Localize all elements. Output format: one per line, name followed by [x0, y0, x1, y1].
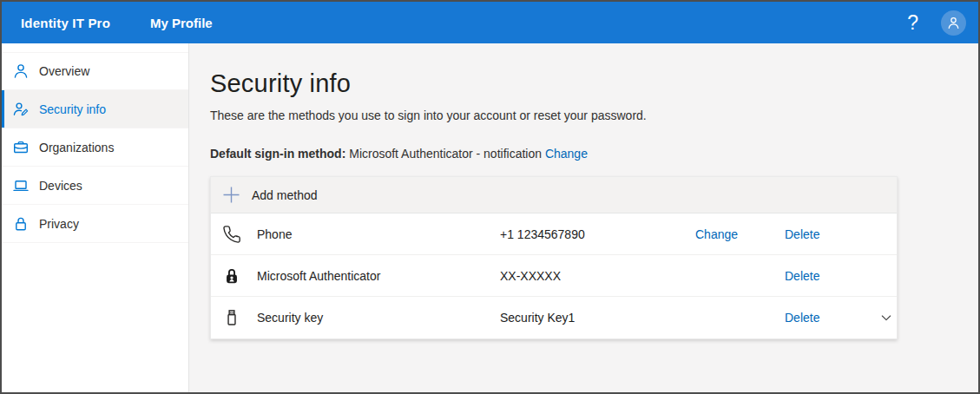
plus-icon [222, 186, 240, 204]
phone-icon [222, 225, 241, 244]
person-edit-icon [12, 101, 30, 118]
padlock-icon [12, 215, 30, 233]
sidebar-item-security-info[interactable]: Security info [2, 90, 188, 128]
method-detail: XX-XXXXX [500, 269, 695, 283]
method-name: Phone [257, 227, 500, 241]
sidebar-item-organizations[interactable]: Organizations [2, 128, 188, 167]
sidebar-item-label: Devices [39, 179, 82, 193]
sidebar: Overview Security info [2, 43, 189, 392]
method-row-phone: Phone +1 1234567890 Change Delete [211, 213, 897, 255]
methods-panel: Add method Phone +1 1234567890 Change De… [210, 176, 898, 339]
person-icon [12, 62, 30, 80]
sidebar-item-overview[interactable]: Overview [2, 52, 188, 90]
sidebar-item-label: Overview [39, 64, 89, 78]
method-name: Security key [257, 311, 500, 325]
briefcase-icon [12, 139, 30, 156]
account-avatar[interactable] [941, 10, 966, 36]
sidebar-item-privacy[interactable]: Privacy [2, 205, 188, 243]
default-signin-line: Default sign-in method: Microsoft Authen… [210, 147, 978, 161]
topbar: Identity IT Pro My Profile ? [2, 2, 978, 43]
app-window: Identity IT Pro My Profile ? [0, 0, 980, 394]
usb-security-key-icon [222, 308, 241, 327]
phone-delete-link[interactable]: Delete [785, 227, 876, 241]
default-signin-change-link[interactable]: Change [545, 147, 588, 161]
method-detail: +1 1234567890 [500, 227, 695, 241]
sidebar-item-label: Privacy [39, 217, 79, 231]
brand-link[interactable]: Identity IT Pro [21, 16, 110, 30]
method-name: Microsoft Authenticator [257, 269, 500, 283]
add-method-label: Add method [252, 188, 318, 202]
chevron-down-icon[interactable] [877, 308, 896, 327]
default-signin-label: Default sign-in method: [210, 147, 345, 161]
sidebar-item-devices[interactable]: Devices [2, 167, 188, 205]
help-icon[interactable]: ? [904, 11, 922, 35]
method-detail: Security Key1 [500, 311, 695, 325]
nav-my-profile[interactable]: My Profile [150, 16, 213, 30]
laptop-icon [12, 177, 30, 194]
sidebar-item-label: Security info [39, 102, 106, 116]
topbar-right: ? [904, 10, 966, 36]
method-row-security-key: Security key Security Key1 Delete [211, 297, 897, 338]
page-title: Security info [210, 69, 978, 98]
person-avatar-icon [946, 16, 961, 30]
sidebar-item-label: Organizations [39, 141, 114, 154]
authenticator-lock-icon [222, 266, 241, 286]
authenticator-delete-link[interactable]: Delete [785, 269, 876, 283]
security-key-delete-link[interactable]: Delete [785, 311, 876, 325]
default-signin-value: Microsoft Authenticator - notification [349, 147, 542, 161]
main-content: Security info These are the methods you … [189, 43, 978, 392]
phone-change-link[interactable]: Change [695, 227, 785, 241]
page-subtitle: These are the methods you use to sign in… [210, 108, 978, 122]
add-method-button[interactable]: Add method [211, 177, 897, 213]
method-row-authenticator: Microsoft Authenticator XX-XXXXX Delete [211, 255, 897, 297]
